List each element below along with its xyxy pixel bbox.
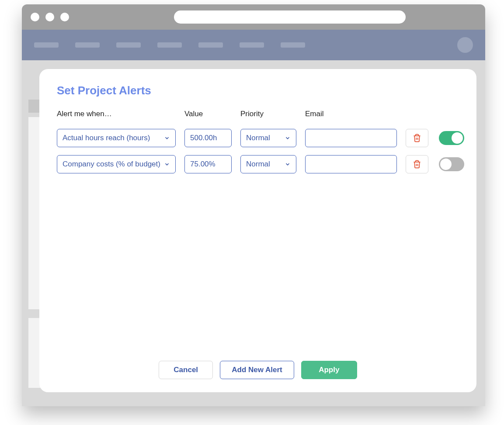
trash-icon (413, 159, 421, 169)
nav-item[interactable] (157, 42, 182, 48)
app-header (22, 30, 485, 60)
alert-email-input[interactable] (305, 155, 397, 173)
alert-email-input[interactable] (305, 129, 397, 147)
alert-priority-label: Normal (246, 134, 283, 142)
minimize-dot-icon[interactable] (45, 13, 54, 21)
alert-condition-label: Company costs (% of budget) (63, 160, 162, 169)
delete-alert-button[interactable] (406, 129, 428, 147)
alert-priority-label: Normal (246, 160, 283, 169)
modal-title: Set Project Alerts (57, 84, 459, 97)
trash-icon (413, 133, 421, 143)
column-header-priority: Priority (240, 110, 296, 121)
alert-value-input[interactable]: 500.00h (184, 129, 232, 147)
cancel-button[interactable]: Cancel (159, 361, 213, 379)
alert-priority-select[interactable]: Normal (240, 155, 296, 173)
add-new-alert-button[interactable]: Add New Alert (220, 361, 294, 379)
modal-footer: Cancel Add New Alert Apply (57, 361, 459, 382)
nav-item[interactable] (240, 42, 264, 48)
alert-enabled-toggle[interactable] (439, 131, 464, 145)
traffic-lights (31, 13, 69, 21)
alert-condition-select[interactable]: Company costs (% of budget) (57, 155, 176, 173)
alert-enabled-toggle[interactable] (439, 157, 464, 171)
close-dot-icon[interactable] (31, 13, 39, 21)
chevron-down-icon (285, 161, 291, 167)
nav-item[interactable] (116, 42, 141, 48)
alert-value-input[interactable]: 75.00% (184, 155, 232, 173)
chevron-down-icon (164, 135, 170, 141)
apply-button[interactable]: Apply (301, 361, 357, 379)
alert-condition-select[interactable]: Actual hours reach (hours) (57, 129, 176, 147)
url-bar[interactable] (174, 10, 406, 24)
alert-priority-select[interactable]: Normal (240, 129, 296, 147)
maximize-dot-icon[interactable] (60, 13, 69, 21)
app-content-backdrop: Set Project Alerts Alert me when… Value … (22, 60, 485, 406)
nav-item[interactable] (281, 42, 305, 48)
avatar[interactable] (457, 37, 473, 53)
nav-item[interactable] (34, 42, 59, 48)
toggle-knob-icon (440, 159, 452, 170)
delete-alert-button[interactable] (406, 155, 428, 173)
alerts-grid: Alert me when… Value Priority Email Actu… (57, 110, 459, 173)
browser-titlebar (22, 4, 485, 30)
alert-value-text: 75.00% (190, 160, 226, 169)
nav-item[interactable] (75, 42, 100, 48)
browser-window: Set Project Alerts Alert me when… Value … (22, 4, 485, 406)
chevron-down-icon (164, 161, 170, 167)
column-header-value: Value (184, 110, 232, 121)
nav-item[interactable] (198, 42, 223, 48)
column-header-email: Email (305, 110, 397, 121)
chevron-down-icon (285, 135, 291, 141)
column-header-condition: Alert me when… (57, 110, 176, 121)
toggle-knob-icon (452, 132, 463, 144)
set-project-alerts-modal: Set Project Alerts Alert me when… Value … (39, 69, 476, 392)
alert-value-text: 500.00h (190, 134, 226, 142)
alert-condition-label: Actual hours reach (hours) (63, 134, 162, 142)
